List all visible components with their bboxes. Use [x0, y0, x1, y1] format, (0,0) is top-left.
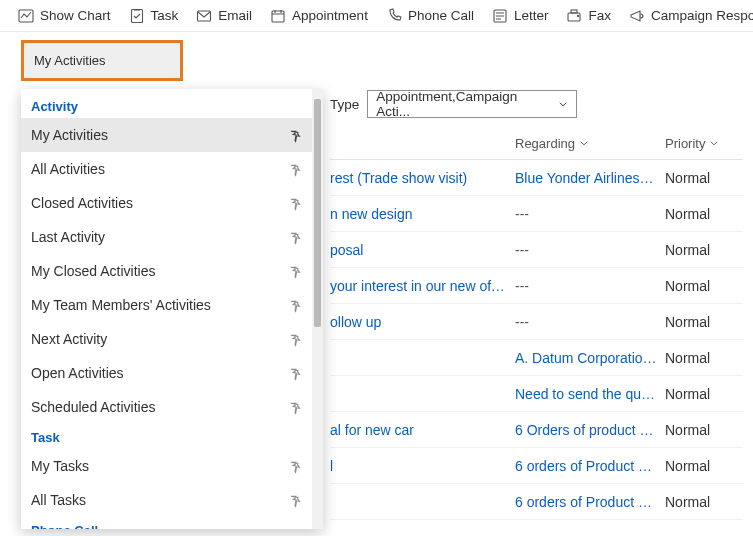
table-row[interactable]: Need to send the quotatiNormal	[330, 376, 743, 412]
fax-icon	[566, 8, 582, 24]
view-option[interactable]: My Team Members' Activities	[21, 288, 312, 322]
view-option-label: Next Activity	[31, 331, 107, 347]
cell-priority: Normal	[665, 314, 740, 330]
pin-icon[interactable]	[288, 297, 304, 313]
cell-regarding: ---	[515, 242, 665, 258]
view-option[interactable]: All Tasks	[21, 483, 312, 517]
cell-subject[interactable]: al for new car	[330, 422, 515, 438]
command-bar: Show ChartTaskEmailAppointmentPhone Call…	[0, 0, 753, 32]
scrollbar[interactable]	[312, 89, 323, 529]
table-row[interactable]: your interest in our new offerings---Nor…	[330, 268, 743, 304]
toolbar-phone[interactable]: Phone Call	[378, 4, 482, 28]
cell-regarding: ---	[515, 206, 665, 222]
svg-rect-1	[131, 9, 142, 22]
table-row[interactable]: ollow up---Normal	[330, 304, 743, 340]
svg-rect-6	[571, 10, 577, 13]
pin-icon[interactable]	[288, 161, 304, 177]
filter-label: Type	[330, 97, 359, 112]
toolbar-chart[interactable]: Show Chart	[10, 4, 119, 28]
pin-icon[interactable]	[288, 492, 304, 508]
column-priority[interactable]: Priority	[665, 136, 740, 151]
cell-regarding[interactable]: 6 orders of Product SKU .	[515, 494, 665, 510]
view-option[interactable]: Last Activity	[21, 220, 312, 254]
dropdown-section: Activity	[21, 93, 312, 118]
view-selector[interactable]: My Activities	[21, 40, 183, 81]
cell-priority: Normal	[665, 350, 740, 366]
pin-icon[interactable]	[288, 263, 304, 279]
view-title: My Activities	[34, 53, 106, 68]
cell-regarding[interactable]: Need to send the quotati	[515, 386, 665, 402]
view-option[interactable]: My Activities	[21, 118, 312, 152]
cell-subject[interactable]: your interest in our new offerings	[330, 278, 515, 294]
toolbar-label: Phone Call	[408, 8, 474, 23]
cell-regarding[interactable]: Blue Yonder Airlines (sam	[515, 170, 665, 186]
cell-priority: Normal	[665, 422, 740, 438]
cell-priority: Normal	[665, 206, 740, 222]
table-row[interactable]: al for new car6 Orders of product sku JN…	[330, 412, 743, 448]
table-row[interactable]: 6 orders of Product SKU .Normal	[330, 484, 743, 520]
view-option[interactable]: All Activities	[21, 152, 312, 186]
column-regarding[interactable]: Regarding	[515, 136, 665, 151]
chevron-down-icon	[579, 136, 589, 151]
cell-subject[interactable]: ollow up	[330, 314, 515, 330]
toolbar-task[interactable]: Task	[121, 4, 187, 28]
view-option[interactable]: Open Activities	[21, 356, 312, 390]
pin-icon[interactable]	[288, 399, 304, 415]
table-row[interactable]: A. Datum Corporation (saNormal	[330, 340, 743, 376]
view-option-label: My Activities	[31, 127, 108, 143]
view-option[interactable]: Scheduled Activities	[21, 390, 312, 424]
pin-icon[interactable]	[288, 458, 304, 474]
toolbar-label: Appointment	[292, 8, 368, 23]
pin-icon[interactable]	[288, 229, 304, 245]
cell-priority: Normal	[665, 242, 740, 258]
activities-grid: Regarding Priority rest (Trade show visi…	[330, 130, 743, 536]
cell-regarding[interactable]: A. Datum Corporation (sa	[515, 350, 665, 366]
view-option[interactable]: My Closed Activities	[21, 254, 312, 288]
view-option-label: My Team Members' Activities	[31, 297, 211, 313]
task-icon	[129, 8, 145, 24]
cell-priority: Normal	[665, 494, 740, 510]
dropdown-section: Task	[21, 424, 312, 449]
toolbar-letter[interactable]: Letter	[484, 4, 557, 28]
view-option-label: My Tasks	[31, 458, 89, 474]
toolbar-campaign[interactable]: Campaign Response	[621, 4, 753, 28]
cell-subject[interactable]: l	[330, 458, 515, 474]
campaign-icon	[629, 8, 645, 24]
view-option-label: All Tasks	[31, 492, 86, 508]
table-row[interactable]: l6 orders of Product SKU .Normal	[330, 448, 743, 484]
cell-regarding[interactable]: 6 Orders of product sku J	[515, 422, 665, 438]
grid-header: Regarding Priority	[330, 130, 743, 160]
view-option[interactable]: Next Activity	[21, 322, 312, 356]
pin-icon[interactable]	[288, 195, 304, 211]
view-option[interactable]: My Tasks	[21, 449, 312, 483]
toolbar-label: Fax	[588, 8, 611, 23]
chevron-down-icon	[558, 97, 568, 112]
view-option-label: My Closed Activities	[31, 263, 155, 279]
cell-subject[interactable]: rest (Trade show visit)	[330, 170, 515, 186]
toolbar-email[interactable]: Email	[188, 4, 260, 28]
email-icon	[196, 8, 212, 24]
chart-icon	[18, 8, 34, 24]
toolbar-label: Task	[151, 8, 179, 23]
table-row[interactable]: posal---Normal	[330, 232, 743, 268]
view-option-label: Closed Activities	[31, 195, 133, 211]
cell-regarding[interactable]: 6 orders of Product SKU .	[515, 458, 665, 474]
activity-type-select[interactable]: Appointment,Campaign Acti...	[367, 90, 577, 118]
pin-icon[interactable]	[288, 331, 304, 347]
table-row[interactable]: n new design---Normal	[330, 196, 743, 232]
cell-priority: Normal	[665, 170, 740, 186]
cell-subject[interactable]: posal	[330, 242, 515, 258]
view-option-label: All Activities	[31, 161, 105, 177]
cell-priority: Normal	[665, 386, 740, 402]
scrollbar-thumb[interactable]	[314, 99, 321, 327]
table-row[interactable]: rest (Trade show visit)Blue Yonder Airli…	[330, 160, 743, 196]
toolbar-fax[interactable]: Fax	[558, 4, 619, 28]
pin-icon[interactable]	[288, 365, 304, 381]
toolbar-appointment[interactable]: Appointment	[262, 4, 376, 28]
view-option[interactable]: Closed Activities	[21, 186, 312, 220]
cell-priority: Normal	[665, 278, 740, 294]
cell-subject[interactable]: n new design	[330, 206, 515, 222]
view-dropdown: ActivityMy ActivitiesAll ActivitiesClose…	[21, 89, 323, 529]
pin-icon[interactable]	[288, 127, 304, 143]
toolbar-label: Email	[218, 8, 252, 23]
